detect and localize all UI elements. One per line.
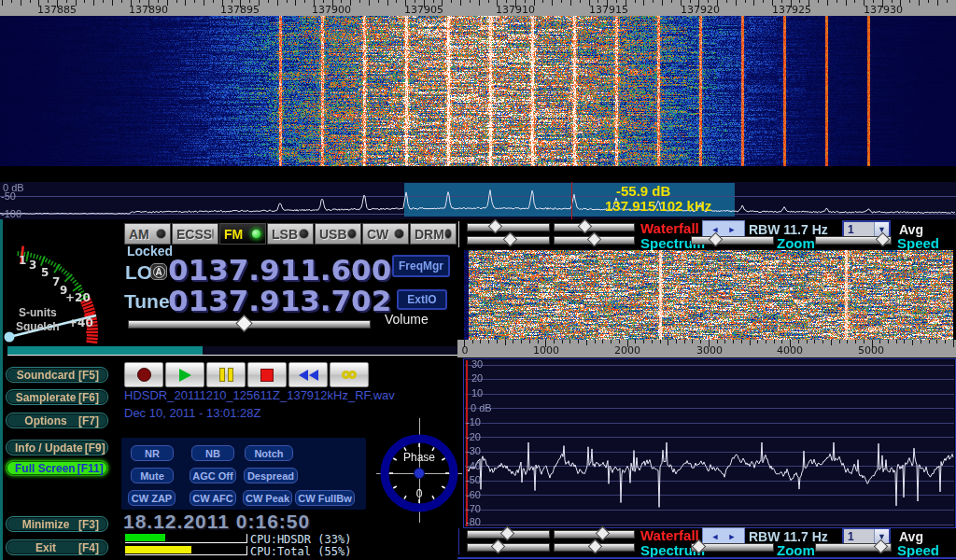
wav-filename: HDSDR_20111210_125611Z_137912kHz_RF.wav: [124, 388, 395, 402]
minimize-button[interactable]: Minimize[F3]: [6, 516, 108, 532]
freqmgr-button[interactable]: FreqMgr: [392, 255, 450, 277]
wav-timestamp: Dec 10, 2011 - 13:01:28Z: [124, 406, 260, 420]
cw-peak-button[interactable]: CW Peak: [243, 490, 292, 506]
nb-button[interactable]: NB: [191, 445, 234, 461]
arrow-right-icon[interactable]: ►: [728, 226, 737, 234]
arrow-right-icon[interactable]: ►: [728, 533, 737, 541]
loop-button[interactable]: [330, 362, 369, 387]
speed-slider-2[interactable]: [815, 543, 892, 552]
info-update-button[interactable]: Info / Update[F9]: [6, 440, 108, 455]
mode-button-am[interactable]: AM: [124, 223, 171, 245]
af-tick-label: 4000: [777, 344, 803, 357]
tune-label: Tune: [124, 290, 170, 313]
pause-icon: [219, 368, 233, 382]
freq-tick-label: 137885: [37, 4, 77, 16]
af-db-label: -10: [466, 416, 481, 427]
extio-button[interactable]: ExtIO: [397, 289, 447, 310]
rf-waterfall-display[interactable]: [0, 0, 956, 166]
af-db-label: 10: [471, 387, 483, 399]
waterfall-upper-slider-2[interactable]: [467, 530, 550, 539]
rf-spectrum-display[interactable]: 0 dB -50 -100 -55.9 dB 137.915.102 kHz: [0, 182, 956, 219]
lo-frequency-display[interactable]: 0137.911.600: [168, 254, 391, 286]
freq-tick-label: 137925: [772, 4, 811, 16]
af-tick-label: 5000: [858, 344, 884, 357]
af-spectrum-display[interactable]: [463, 358, 956, 528]
af-db-label: -40: [466, 460, 481, 471]
freq-tick-label: 137890: [129, 4, 168, 16]
squelch-label: Squelch: [16, 320, 60, 333]
radio-indicator: [394, 229, 404, 239]
spectrum-upper-slider-2[interactable]: [467, 543, 550, 552]
fullscreen-button[interactable]: Full Screen[F11]: [6, 460, 108, 476]
speed-label: Speed: [897, 235, 939, 251]
rf-frequency-ruler[interactable]: 137885 137890 137895 137900 137905 13791…: [0, 0, 956, 16]
spectrum-lower-slider[interactable]: [554, 236, 635, 245]
mode-button-fm[interactable]: FM: [219, 223, 266, 245]
rewind-button[interactable]: [288, 362, 328, 387]
af-tick-label: 1000: [533, 344, 559, 357]
despread-button[interactable]: Despread: [244, 468, 298, 483]
speed-slider[interactable]: [815, 236, 892, 245]
nr-button[interactable]: NR: [131, 445, 174, 461]
af-waterfall-display[interactable]: [464, 250, 953, 340]
mode-button-ecss[interactable]: ECSS: [172, 223, 218, 245]
exit-button[interactable]: Exit[F4]: [6, 539, 108, 555]
mode-button-lsb[interactable]: LSB: [267, 223, 314, 245]
playback-progress-fill: [7, 346, 203, 355]
playback-progress-bar[interactable]: [7, 346, 460, 356]
stop-icon: [260, 369, 274, 382]
tune-frequency-display[interactable]: 0137.913.702: [168, 285, 391, 316]
af-frequency-ruler[interactable]: 0 1000 2000 3000 4000 5000: [457, 340, 956, 357]
waterfall-lower-slider[interactable]: [554, 223, 635, 231]
af-spectrum-canvas: [465, 360, 954, 526]
cpu-total-fill: [125, 546, 191, 553]
pause-button[interactable]: [206, 362, 246, 387]
s-meter-tick-label: 5: [41, 266, 49, 279]
volume-slider[interactable]: [128, 320, 371, 329]
waterfall-upper-slider[interactable]: [467, 223, 550, 231]
stop-button[interactable]: [247, 362, 287, 387]
waterfall-label: Waterfall: [640, 220, 699, 236]
cpu-total-bar: [125, 546, 247, 555]
mode-button-usb[interactable]: USB: [315, 223, 361, 245]
af-db-label: 30: [471, 358, 483, 370]
waterfall-lower-slider-2[interactable]: [554, 530, 635, 539]
mode-button-cw[interactable]: CW: [362, 223, 409, 245]
notch-button[interactable]: Notch: [245, 445, 293, 461]
zoom-slider-2[interactable]: [691, 543, 774, 552]
zoom-slider[interactable]: [691, 236, 774, 245]
record-icon: [137, 368, 151, 382]
lo-auto-badge[interactable]: A: [150, 263, 167, 280]
playback-toolbar: [124, 362, 371, 387]
soundcard-button[interactable]: Soundcard[F5]: [6, 367, 108, 383]
mode-button-drm[interactable]: DRM: [410, 223, 457, 245]
af-db-label: -30: [466, 445, 481, 456]
spectrum-lower-slider-2[interactable]: [554, 543, 635, 552]
phase-value: 0: [415, 487, 424, 500]
cw-afc-button[interactable]: CW AFC: [190, 490, 236, 506]
arrow-left-icon[interactable]: ◄: [711, 533, 720, 541]
lo-label: LO: [125, 261, 152, 284]
af-db-label: -20: [466, 431, 481, 442]
freq-tick-label: 137900: [312, 4, 351, 16]
cursor-frequency-readout: 137.915.102 kHz: [605, 198, 711, 214]
options-button[interactable]: Options[F7]: [6, 413, 108, 428]
agc-button[interactable]: AGC Off: [190, 468, 236, 483]
play-button[interactable]: [165, 362, 204, 387]
af-db-label: -50: [466, 474, 481, 485]
samplerate-button[interactable]: Samplerate[F6]: [6, 389, 108, 405]
spectrum-upper-slider[interactable]: [467, 236, 550, 245]
freq-tick-label: 137915: [589, 4, 628, 16]
record-button[interactable]: [124, 362, 163, 387]
af-db-label: 20: [471, 372, 483, 384]
cw-fullbw-button[interactable]: CW FullBw: [295, 490, 355, 506]
cw-zap-button[interactable]: CW ZAP: [128, 490, 176, 506]
af-tick-label: 3000: [696, 344, 723, 357]
signal-level-readout: -55.9 dB: [616, 183, 670, 199]
waterfall-label-2: Waterfall: [640, 527, 699, 543]
s-meter-tick-label: +40: [68, 316, 93, 329]
mute-button[interactable]: Mute: [131, 468, 174, 483]
freq-tick-label: 137895: [220, 4, 260, 16]
panel-divider: [458, 221, 459, 247]
radio-indicator: [156, 229, 166, 239]
